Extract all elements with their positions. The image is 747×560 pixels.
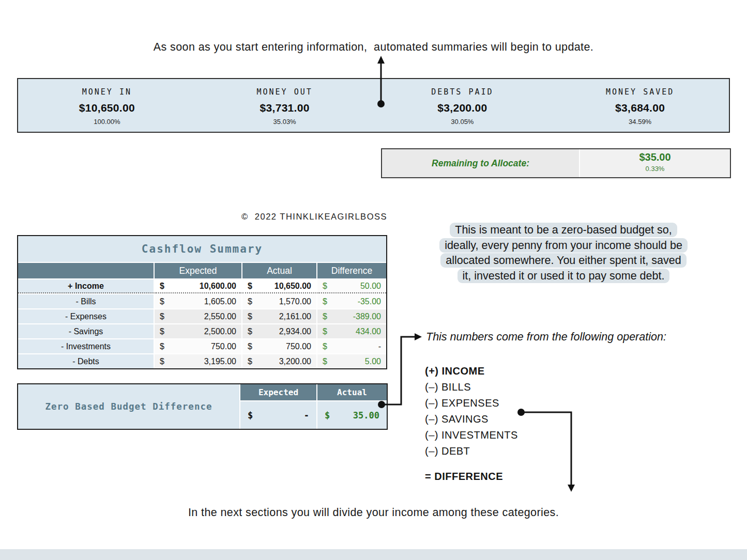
cell-amount: 10,650.00 — [275, 282, 311, 291]
money-in-percent: 100.00% — [18, 118, 196, 126]
cashflow-row-debts-actual: $ 3,200.00 — [242, 354, 316, 368]
money-saved-value: $3,684.00 — [551, 102, 729, 114]
currency-symbol: $ — [323, 327, 327, 336]
cell-amount: 750.00 — [286, 342, 311, 351]
cell-amount: 2,161.00 — [279, 312, 311, 321]
operation-item-investments: (–) INVESTMENTS — [425, 427, 518, 443]
debts-paid-percent: 30.05% — [374, 118, 552, 126]
operation-list: (+) INCOME (–) BILLS (–) EXPENSES (–) SA… — [425, 363, 518, 485]
cashflow-row-savings-actual: $ 2,934.00 — [242, 324, 316, 338]
currency-symbol: $ — [160, 297, 164, 306]
money-out-value: $3,731.00 — [196, 102, 374, 114]
cashflow-row-bills-actual: $ 1,570.00 — [242, 294, 316, 308]
summary-bar: MONEY IN $10,650.00 100.00% MONEY OUT $3… — [17, 78, 730, 133]
cell-amount: 35.00 — [353, 410, 379, 421]
currency-symbol: $ — [160, 282, 164, 291]
currency-symbol: $ — [248, 410, 253, 421]
currency-symbol: $ — [323, 342, 327, 351]
cashflow-row-income-actual: $ 10,650.00 — [242, 279, 316, 293]
zero-budget-label: Zero Based Budget Difference — [18, 384, 239, 429]
operation-item-bills: (–) BILLS — [425, 379, 518, 395]
zero-budget-expected-value: $ - — [240, 401, 316, 429]
cashflow-row-investments-name: - Investments — [18, 339, 154, 353]
copyright-text: © 2022 THINKLIKEAGIRLBOSS — [0, 212, 629, 222]
zero-budget-actual-value: $ 35.00 — [317, 401, 387, 429]
summary-card-money-in: MONEY IN $10,650.00 100.00% — [18, 79, 196, 132]
summary-card-money-saved: MONEY SAVED $3,684.00 34.59% — [551, 79, 729, 132]
currency-symbol: $ — [323, 357, 327, 366]
cell-amount: - — [304, 410, 309, 421]
cashflow-row-investments-expected: $ 750.00 — [155, 339, 241, 353]
cell-amount: 2,550.00 — [204, 312, 236, 321]
cashflow-header-difference: Difference — [317, 263, 386, 278]
arrow-operation-down — [517, 409, 575, 492]
cashflow-header-expected: Expected — [155, 263, 241, 278]
cashflow-row-income-expected: $ 10,600.00 — [155, 279, 241, 293]
cashflow-row-income-name: + Income — [18, 279, 154, 293]
cell-amount: - — [378, 342, 381, 351]
currency-symbol: $ — [248, 312, 252, 321]
currency-symbol: $ — [160, 327, 164, 336]
currency-symbol: $ — [248, 327, 252, 336]
remaining-label: Remaining to Allocate: — [432, 158, 529, 169]
cashflow-row-debts-difference: $ 5.00 — [317, 354, 386, 368]
cashflow-summary-table: Cashflow Summary Expected Actual Differe… — [17, 235, 387, 369]
cell-amount: 10,600.00 — [200, 282, 236, 291]
note-line: This is meant to be a zero-based budget … — [407, 223, 720, 238]
money-out-label: MONEY OUT — [196, 87, 374, 97]
cell-amount: 3,195.00 — [204, 357, 236, 366]
cell-amount: 434.00 — [356, 327, 381, 336]
cashflow-grid: Expected Actual Difference + Income $ 10… — [18, 263, 386, 368]
remaining-label-cell: Remaining to Allocate: — [382, 149, 580, 177]
cell-amount: -389.00 — [353, 312, 381, 321]
cell-amount: 3,200.00 — [279, 357, 311, 366]
cashflow-row-savings-expected: $ 2,500.00 — [155, 324, 241, 338]
cell-amount: 1,570.00 — [279, 297, 311, 306]
note-line: it, invested it or used it to pay some d… — [407, 269, 720, 284]
currency-symbol: $ — [248, 297, 252, 306]
cashflow-row-income-difference: $ 50.00 — [317, 279, 386, 293]
cashflow-row-expenses-difference: $ -389.00 — [317, 309, 386, 323]
summary-card-debts-paid: DEBTS PAID $3,200.00 30.05% — [374, 79, 552, 132]
operation-item-savings: (–) SAVINGS — [425, 411, 518, 427]
currency-symbol: $ — [160, 342, 164, 351]
cashflow-row-expenses-name: - Expenses — [18, 309, 154, 323]
currency-symbol: $ — [323, 312, 327, 321]
cashflow-row-expenses-expected: $ 2,550.00 — [155, 309, 241, 323]
cashflow-row-expenses-actual: $ 2,161.00 — [242, 309, 316, 323]
cashflow-row-debts-name: - Debts — [18, 354, 154, 368]
cashflow-row-bills-name: - Bills — [18, 294, 154, 308]
operation-item-expenses: (–) EXPENSES — [425, 395, 518, 411]
cell-amount: 2,500.00 — [204, 327, 236, 336]
currency-symbol: $ — [248, 342, 252, 351]
summary-card-money-out: MONEY OUT $3,731.00 35.03% — [196, 79, 374, 132]
operation-title: This numbers come from the following ope… — [426, 331, 736, 344]
debts-paid-value: $3,200.00 — [374, 102, 552, 114]
currency-symbol: $ — [160, 357, 164, 366]
zero-budget-header-expected: Expected — [240, 384, 316, 400]
currency-symbol: $ — [323, 297, 327, 306]
remaining-value: $35.00 — [580, 151, 730, 163]
cell-amount: 1,605.00 — [204, 297, 236, 306]
cashflow-table-title: Cashflow Summary — [18, 236, 386, 263]
currency-symbol: $ — [325, 410, 330, 421]
remaining-to-allocate-box: Remaining to Allocate: $35.00 0.33% — [381, 148, 731, 178]
operation-item-debt: (–) DEBT — [425, 443, 518, 459]
currency-symbol: $ — [160, 312, 164, 321]
zero-budget-header-actual: Actual — [317, 384, 387, 400]
cashflow-row-investments-actual: $ 750.00 — [242, 339, 316, 353]
operation-item-income: (+) INCOME — [425, 363, 518, 379]
money-in-value: $10,650.00 — [18, 102, 196, 114]
cell-amount: 50.00 — [360, 282, 381, 291]
remaining-value-cell: $35.00 0.33% — [580, 149, 730, 177]
money-saved-percent: 34.59% — [551, 118, 729, 126]
cell-amount: 5.00 — [365, 357, 381, 366]
money-in-label: MONEY IN — [18, 87, 196, 97]
cashflow-row-savings-difference: $ 434.00 — [317, 324, 386, 338]
cell-amount: 2,934.00 — [279, 327, 311, 336]
cashflow-row-debts-expected: $ 3,195.00 — [155, 354, 241, 368]
currency-symbol: $ — [248, 357, 252, 366]
note-line: allocated somewhere. You either spent it… — [407, 253, 720, 269]
cashflow-row-savings-name: - Savings — [18, 324, 154, 338]
money-out-percent: 35.03% — [196, 118, 374, 126]
